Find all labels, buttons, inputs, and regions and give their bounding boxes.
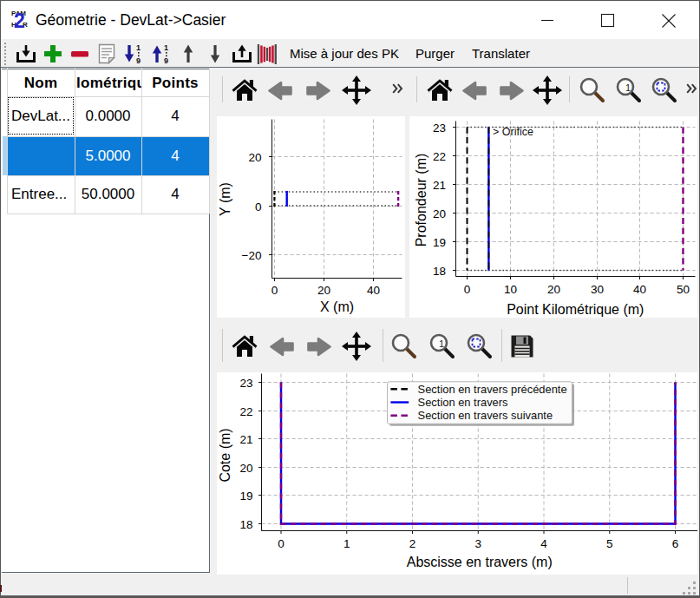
svg-text:23: 23: [433, 122, 446, 135]
svg-text:1: 1: [136, 43, 141, 52]
svg-text:19: 19: [239, 490, 252, 503]
svg-text:30: 30: [591, 283, 604, 296]
svg-text:1: 1: [343, 537, 350, 550]
svg-text:22: 22: [239, 405, 252, 418]
svg-text:21: 21: [433, 179, 446, 192]
svg-text:Profondeur (m): Profondeur (m): [414, 154, 429, 247]
svg-text:4: 4: [540, 537, 547, 550]
svg-text:Section en travers suivante: Section en travers suivante: [418, 409, 553, 422]
svg-text:Abscisse en travers (m): Abscisse en travers (m): [407, 555, 553, 569]
svg-text:20: 20: [433, 207, 446, 220]
svg-text:−20: −20: [242, 249, 262, 262]
svg-text:1: 1: [625, 82, 631, 93]
svg-text:20: 20: [547, 283, 560, 296]
svg-text:1: 1: [439, 338, 444, 349]
svg-text:9: 9: [136, 56, 141, 65]
svg-text:6: 6: [672, 537, 679, 550]
svg-text:0: 0: [255, 200, 262, 214]
svg-text:18: 18: [433, 265, 446, 278]
svg-text:Cote (m): Cote (m): [218, 428, 232, 482]
svg-text:Point Kilométrique (m): Point Kilométrique (m): [507, 302, 644, 317]
svg-text:20: 20: [248, 151, 261, 164]
svg-text:0: 0: [278, 537, 285, 550]
svg-text:0: 0: [464, 283, 471, 296]
svg-text:23: 23: [239, 377, 252, 390]
svg-text:20: 20: [239, 462, 252, 475]
svg-text:10: 10: [504, 283, 517, 296]
svg-text:20: 20: [317, 284, 330, 297]
svg-text:Section en travers: Section en travers: [418, 396, 508, 409]
svg-text:> Orifice: > Orifice: [493, 126, 533, 138]
svg-text:1: 1: [164, 43, 168, 52]
svg-text:9: 9: [164, 56, 168, 65]
svg-text:40: 40: [633, 283, 646, 296]
svg-text:5: 5: [606, 537, 613, 550]
svg-text:40: 40: [367, 284, 380, 297]
svg-text:22: 22: [433, 150, 446, 163]
svg-text:Section en travers précédente: Section en travers précédente: [418, 383, 567, 396]
svg-text:19: 19: [433, 236, 446, 249]
svg-text:Y (m): Y (m): [218, 182, 232, 216]
svg-text:X (m): X (m): [320, 299, 354, 314]
svg-text:2: 2: [14, 10, 25, 30]
svg-text:2: 2: [409, 537, 416, 550]
svg-text:18: 18: [239, 518, 252, 531]
svg-text:3: 3: [474, 537, 481, 550]
svg-text:50: 50: [677, 283, 690, 296]
svg-text:0: 0: [271, 284, 278, 297]
svg-text:21: 21: [239, 433, 252, 446]
